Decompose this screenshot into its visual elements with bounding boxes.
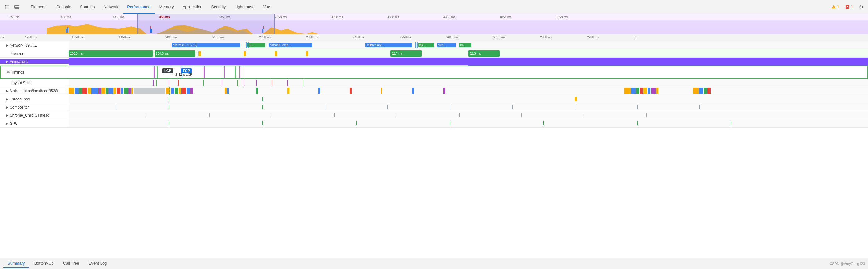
animations-row: ▶ Animations <box>0 58 868 66</box>
childiothread-content <box>69 111 868 119</box>
svg-rect-9 <box>15 5 19 8</box>
svg-rect-38 <box>88 87 91 94</box>
threadpool-label: Thread Pool <box>10 97 30 101</box>
svg-rect-48 <box>128 87 131 94</box>
lcp-badge: LCP <box>162 68 173 73</box>
tab-bottomup[interactable]: Bottom-Up <box>30 259 58 268</box>
main-content <box>69 87 868 95</box>
svg-rect-39 <box>91 87 98 94</box>
warning-badge[interactable]: ! 1 <box>830 4 841 10</box>
frame-block-3: 82.7 ms <box>390 50 422 57</box>
tab-security[interactable]: Security <box>207 0 230 14</box>
svg-point-1 <box>6 5 7 6</box>
svg-rect-51 <box>166 87 170 94</box>
svg-point-5 <box>8 6 9 7</box>
svg-rect-53 <box>175 87 178 94</box>
main-area: 358 ms 858 ms 1358 ms 858 ms 2358 ms 285… <box>0 14 868 258</box>
error-badge[interactable]: ⚑ 1 <box>843 4 855 10</box>
svg-rect-37 <box>83 87 87 94</box>
gpu-row: ▶ GPU <box>0 119 868 128</box>
timings-label: Timings <box>11 70 24 75</box>
animations-content <box>69 58 468 65</box>
tab-console[interactable]: Console <box>52 0 75 14</box>
devtools-icons <box>3 3 21 11</box>
edit-icon[interactable]: ✏ <box>7 70 10 75</box>
compositor-content <box>69 103 868 111</box>
frames-label: Frames <box>11 51 23 56</box>
svg-rect-69 <box>636 87 640 94</box>
svg-rect-55 <box>181 87 186 94</box>
gpu-expand-arrow[interactable]: ▶ <box>6 122 8 125</box>
timeline-rows: ▶ Network .19.7.... search (10.19.7.18) … <box>0 41 868 128</box>
devtools-menu-icon[interactable] <box>3 3 11 11</box>
svg-rect-78 <box>707 87 711 94</box>
svg-rect-68 <box>631 87 636 94</box>
tab-network[interactable]: Network <box>99 0 123 14</box>
threadpool-content <box>69 95 868 103</box>
lcp-time-label: 2.12 s LCP <box>176 73 192 76</box>
svg-rect-46 <box>121 87 123 94</box>
frames-row: Frames 266.3 ms 134.3 ms 82.7 ms 82.3 ms <box>0 49 868 58</box>
overview-area[interactable]: 358 ms 858 ms 1358 ms 858 ms 2358 ms 285… <box>0 14 868 34</box>
tab-sources[interactable]: Sources <box>75 0 99 14</box>
svg-rect-59 <box>227 87 228 94</box>
dock-icon[interactable] <box>13 3 21 11</box>
threadpool-expand-arrow[interactable]: ▶ <box>6 98 8 101</box>
settings-icon[interactable]: ⚙ <box>857 3 865 11</box>
layoutshifts-content <box>69 79 868 87</box>
childiothread-row: ▶ Chrome_ChildIOThread <box>0 111 868 119</box>
tab-calltree[interactable]: Call Tree <box>59 259 84 268</box>
svg-rect-71 <box>643 87 647 94</box>
main-expand-arrow[interactable]: ▶ <box>6 89 8 92</box>
overview-ticks: 358 ms 858 ms 1358 ms 858 ms 2358 ms 285… <box>0 14 868 20</box>
svg-rect-42 <box>106 87 108 94</box>
tab-summary[interactable]: Summary <box>3 259 29 268</box>
svg-point-6 <box>5 8 6 9</box>
svg-text:!: ! <box>833 6 834 8</box>
svg-rect-72 <box>648 87 650 94</box>
svg-rect-74 <box>656 87 658 94</box>
credit-text: CSDN @AmyGeng123 <box>830 262 865 266</box>
tab-performance[interactable]: Performance <box>123 0 155 14</box>
svg-rect-27 <box>67 27 68 32</box>
svg-rect-36 <box>79 87 82 94</box>
svg-rect-64 <box>381 87 382 94</box>
top-nav: Elements Console Sources Network Perform… <box>0 0 868 14</box>
svg-rect-31 <box>66 26 67 28</box>
threadpool-row: ▶ Thread Pool <box>0 95 868 103</box>
gpu-label: GPU <box>10 122 18 126</box>
tab-elements[interactable]: Elements <box>26 0 52 14</box>
compositor-expand-arrow[interactable]: ▶ <box>6 106 8 109</box>
svg-rect-62 <box>318 87 320 94</box>
network-content: search (10.19.7.18) .19.... ndModelComp.… <box>69 41 868 49</box>
animations-expand-arrow[interactable]: ▶ <box>6 60 8 63</box>
svg-rect-44 <box>113 87 116 94</box>
childiothread-expand-arrow[interactable]: ▶ <box>6 114 8 117</box>
tab-vue[interactable]: Vue <box>259 0 275 14</box>
svg-rect-54 <box>179 87 181 94</box>
svg-rect-49 <box>131 87 133 94</box>
tab-memory[interactable]: Memory <box>155 0 178 14</box>
svg-rect-41 <box>101 87 105 94</box>
nav-tabs: Elements Console Sources Network Perform… <box>26 0 829 14</box>
layoutshifts-row: Layout Shifts <box>0 79 868 87</box>
svg-rect-70 <box>640 87 643 94</box>
svg-rect-56 <box>187 87 190 94</box>
svg-rect-47 <box>124 87 128 94</box>
svg-rect-63 <box>350 87 351 94</box>
svg-rect-66 <box>443 87 445 94</box>
frame-block-1: 266.3 ms <box>69 50 153 57</box>
compositor-label: Compositor <box>10 105 29 109</box>
tab-application[interactable]: Application <box>178 0 207 14</box>
tab-lighthouse[interactable]: Lighthouse <box>230 0 259 14</box>
svg-rect-45 <box>117 87 120 94</box>
selection-overlay[interactable] <box>137 14 275 34</box>
frames-content: 266.3 ms 134.3 ms 82.7 ms 82.3 ms <box>69 49 868 57</box>
main-label: Main — http://localhost:9528/ <box>10 89 58 93</box>
svg-rect-50 <box>134 87 165 94</box>
network-label: Network .19.7.... <box>10 43 37 48</box>
layoutshifts-label: Layout Shifts <box>11 81 32 85</box>
animations-label: Animations <box>10 59 28 64</box>
network-expand-arrow[interactable]: ▶ <box>6 44 8 47</box>
tab-eventlog[interactable]: Event Log <box>84 259 112 268</box>
